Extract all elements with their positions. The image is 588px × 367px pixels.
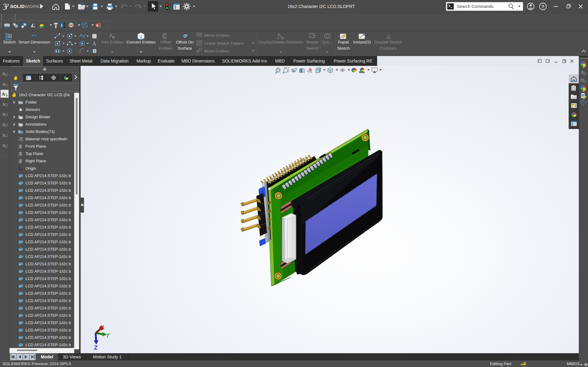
svg-text:CW: CW [5,24,9,26]
svg-text:?: ? [541,4,544,9]
svg-text:A: A [2,82,6,87]
svg-text:A: A [2,71,6,76]
svg-text:Search Commands: Search Commands [457,4,494,9]
svg-text:16x2 Character I2C LCD.SLDPRT: 16x2 Character I2C LCD.SLDPRT [288,4,355,9]
svg-text:A: A [2,102,6,107]
svg-text:A: A [2,92,5,96]
svg-text:SOLIDWORKS: SOLIDWORKS [10,4,43,9]
svg-text:A: A [2,112,6,117]
svg-text:I: I [61,24,62,27]
svg-text:A: A [2,122,6,127]
svg-text:S: S [96,24,98,27]
svg-text:P: P [83,23,86,27]
svg-text:A: A [2,143,6,148]
svg-text:A: A [20,124,22,127]
svg-text:A: A [2,133,6,138]
